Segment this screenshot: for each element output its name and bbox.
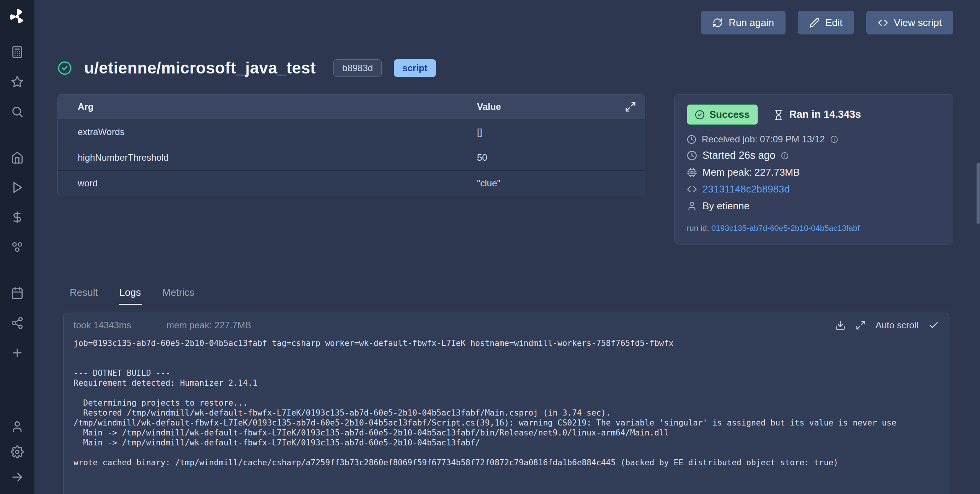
log-header: took 14343ms mem peak: 227.7MB Auto scro… [64,313,949,332]
mem-peak-label: Mem peak: 227.73MB [702,166,800,178]
play-icon[interactable] [10,180,25,195]
scrollbar-thumb[interactable] [977,163,980,224]
code-icon [878,18,888,28]
run-id-link[interactable]: 0193c135-ab7d-60e5-2b10-04b5ac13fabf [711,223,860,232]
args-col-arg: Arg [58,101,457,112]
page-title: u/etienne/microsoft_java_test [84,59,316,77]
by-row: By etienne [687,200,941,212]
status-top-row: Success Ran in 14.343s [687,104,941,125]
args-table: Arg Value extraWords [] highNumberThresh… [57,94,645,196]
arrow-right-icon[interactable] [10,470,25,485]
title-row: u/etienne/microsoft_java_test b8983d scr… [57,59,953,77]
run-id-label: run id: [687,223,709,232]
auto-scroll-label: Auto scroll [875,320,918,331]
tab-logs[interactable]: Logs [119,284,142,305]
windmill-logo-icon[interactable] [8,8,26,25]
run-again-button[interactable]: Run again [701,11,786,34]
status-badge[interactable]: Success [687,104,758,125]
info-icon[interactable] [781,152,789,160]
view-script-label: View script [894,17,942,29]
result-tabs: Result Logs Metrics [57,284,953,305]
received-label: Received job: 07:09 PM 13/12 [702,134,825,145]
settings-gear-icon[interactable] [10,444,25,460]
user-icon [687,201,697,211]
table-row[interactable]: extraWords [] [58,119,645,145]
success-check-circle-icon [57,61,72,75]
app-window: Run again Edit View script u/etienne/mic… [0,0,980,494]
by-label: By etienne [702,200,750,212]
status-badge-label: Success [709,109,750,121]
expand-table-icon[interactable] [625,101,636,112]
arg-name: highNumberThreshold [58,152,457,163]
code-icon [687,184,697,194]
view-script-button[interactable]: View script [866,11,953,34]
args-table-header: Arg Value [58,95,645,119]
log-controls: Auto scroll [835,320,939,331]
table-row[interactable]: word "clue" [58,170,645,196]
arg-name: extraWords [58,127,457,137]
sidebar [0,0,34,494]
info-icon[interactable] [830,135,838,143]
check-circle-icon [695,110,705,120]
refresh-icon [712,18,723,28]
calculator-icon[interactable] [10,44,25,60]
tab-result[interactable]: Result [69,284,99,305]
script-hash-row: 23131148c2b8983d [687,183,941,195]
expand-logs-icon[interactable] [856,320,866,330]
hourglass-icon [773,109,784,120]
started-row: Started 26s ago [687,150,941,161]
clock-icon [687,135,696,144]
arg-value: "clue" [457,178,645,189]
share-icon[interactable] [10,315,25,331]
content-row: Arg Value extraWords [] highNumberThresh… [57,94,953,245]
edit-label: Edit [825,17,843,29]
log-took: took 14343ms [74,320,131,331]
dollar-icon[interactable] [10,210,25,225]
search-icon[interactable] [10,104,25,119]
args-col-value: Value [457,101,645,112]
star-icon[interactable] [10,74,25,90]
run-duration: Ran in 14.343s [773,109,861,121]
sidebar-bottom-group [10,419,25,485]
user-icon[interactable] [10,419,25,434]
log-panel: took 14343ms mem peak: 227.7MB Auto scro… [63,313,949,494]
mem-peak-row: Mem peak: 227.73MB [687,166,941,178]
hash-badge[interactable]: b8983d [333,59,382,77]
page-scrollbar[interactable] [977,0,980,494]
download-icon[interactable] [835,320,846,331]
topbar: Run again Edit View script [57,0,953,43]
cluster-icon[interactable] [10,240,25,255]
started-label: Started 26s ago [702,150,776,161]
log-mem-peak: mem peak: 227.7MB [167,320,251,331]
run-again-label: Run again [728,17,774,29]
received-row: Received job: 07:09 PM 13/12 [687,134,941,145]
clock-icon [687,150,697,161]
run-duration-label: Ran in 14.343s [789,109,861,121]
tab-metrics[interactable]: Metrics [162,284,195,305]
pencil-icon [809,18,820,28]
calendar-icon[interactable] [10,285,25,301]
memory-chip-icon [687,167,697,178]
home-icon[interactable] [10,150,25,165]
arg-value: 50 [457,152,645,163]
log-content[interactable]: job=0193c135-ab7d-60e5-2b10-04b5ac13fabf… [64,332,949,494]
table-row[interactable]: highNumberThreshold 50 [58,145,645,170]
plus-icon[interactable] [10,345,25,360]
status-panel: Success Ran in 14.343s Received job: 07:… [674,94,953,245]
script-hash-link[interactable]: 23131148c2b8983d [702,183,790,195]
auto-scroll-check-icon[interactable] [928,320,939,331]
arg-value: [] [457,127,645,137]
run-id-row: run id: 0193c135-ab7d-60e5-2b10-04b5ac13… [687,223,941,233]
main-content: Run again Edit View script u/etienne/mic… [34,0,980,494]
script-kind-badge[interactable]: script [394,59,436,77]
arg-name: word [58,178,457,189]
edit-button[interactable]: Edit [798,11,854,34]
